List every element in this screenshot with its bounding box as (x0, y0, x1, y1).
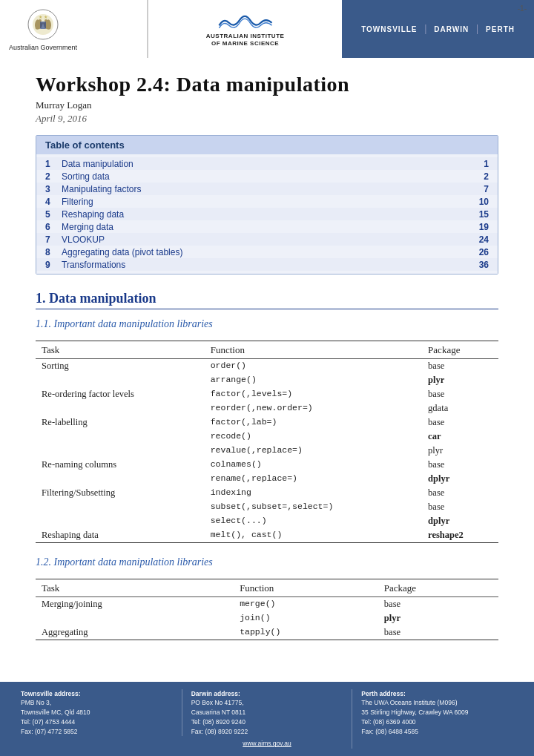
toc-label: Transformations (62, 260, 125, 270)
func-cell: tapply() (234, 625, 378, 640)
toc-num: 3 (45, 184, 56, 194)
table-row: reorder(,new.order=) gdata (36, 401, 498, 415)
toc-page: 24 (479, 234, 489, 245)
pkg-cell: base (422, 387, 498, 401)
pkg-cell: base (422, 458, 498, 472)
func-cell: revalue(,replace=) (205, 444, 422, 458)
func-cell: arrange() (205, 373, 422, 387)
toc-item-left: 9 Transformations (45, 260, 125, 270)
col-func-1: Function (205, 341, 422, 359)
toc-item: 9 Transformations 36 (36, 258, 498, 271)
aims-label: AUSTRALIAN INSTITUTE OF MARINE SCIENCE (206, 33, 285, 48)
col-task-1: Task (36, 341, 205, 359)
toc-title: Table of contents (36, 136, 498, 154)
pkg-cell: plyr (422, 373, 498, 387)
task-cell: Re-naming columns (36, 458, 205, 472)
func-cell: recode() (205, 430, 422, 444)
toc-item: 3 Manipulating factors 7 (36, 183, 498, 195)
toc-page: 15 (479, 209, 489, 220)
toc-box: Table of contents 1 Data manipulation 1 … (36, 135, 498, 275)
footer-perth-addr: The UWA Oceans Institute (M096)35 Stirli… (361, 699, 468, 734)
task-cell (36, 401, 205, 415)
doc-title: Workshop 2.4: Data manipulation (36, 73, 498, 96)
table-row: Aggregating tapply() base (36, 625, 498, 640)
task-cell (36, 430, 205, 444)
toc-page: 10 (479, 197, 489, 207)
footer-townsville: Townsville address: PMB No 3,Townsville … (12, 689, 182, 737)
main-content: Workshop 2.4: Data manipulation Murray L… (0, 58, 534, 668)
table-row: subset(,subset=,select=) base (36, 500, 498, 514)
pkg-cell: plyr (378, 611, 498, 625)
subsection2-heading: 1.2. Important data manipulation librari… (36, 556, 498, 568)
func-cell: select(...) (205, 514, 422, 528)
toc-num: 8 (45, 247, 56, 257)
toc-num: 4 (45, 197, 56, 207)
footer-townsville-title: Townsville address: (21, 689, 173, 699)
toc-label: VLOOKUP (62, 234, 105, 245)
col-task-2: Task (36, 579, 234, 597)
toc-items: 1 Data manipulation 1 2 Sorting data 2 3… (36, 154, 498, 274)
task-cell: Merging/joining (36, 597, 234, 612)
toc-page: 26 (479, 247, 489, 257)
func-cell: reorder(,new.order=) (205, 401, 422, 415)
toc-item: 2 Sorting data 2 (36, 170, 498, 183)
table-row: Merging/joining merge() base (36, 597, 498, 612)
toc-item-left: 1 Data manipulation (45, 159, 134, 169)
func-cell: rename(,replace=) (205, 472, 422, 486)
toc-label: Data manipulation (62, 159, 134, 169)
toc-label: Sorting data (62, 171, 110, 182)
pkg-cell: dplyr (422, 472, 498, 486)
toc-num: 7 (45, 234, 56, 245)
toc-item-left: 3 Manipulating factors (45, 184, 141, 194)
func-cell: melt(), cast() (205, 528, 422, 543)
task-cell (36, 514, 205, 528)
toc-label: Merging data (62, 222, 113, 232)
task-cell (36, 611, 234, 625)
footer-perth: Perth address: The UWA Oceans Institute … (352, 689, 522, 737)
task-cell (36, 472, 205, 486)
col-pkg-2: Package (378, 579, 498, 597)
toc-num: 1 (45, 159, 56, 169)
toc-num: 9 (45, 260, 56, 270)
table-row: rename(,replace=) dplyr (36, 472, 498, 486)
pkg-cell: base (422, 486, 498, 500)
footer-perth-title: Perth address: (361, 689, 513, 699)
table-row: Re-ordering factor levels factor(,levels… (36, 387, 498, 401)
task-cell: Aggregating (36, 625, 234, 640)
doc-date: April 9, 2016 (36, 113, 498, 125)
toc-item: 5 Reshaping data 15 (36, 208, 498, 220)
header: ★ ★ Australian Government AUSTRALIAN INS… (0, 0, 534, 58)
task-cell (36, 373, 205, 387)
aims-logo-icon (216, 10, 275, 33)
table-row: recode() car (36, 430, 498, 444)
section1-heading: 1. Data manipulation (36, 291, 498, 309)
task-cell: Re-labelling (36, 415, 205, 430)
col-pkg-1: Package (422, 341, 498, 359)
toc-item: 7 VLOOKUP 24 (36, 233, 498, 246)
toc-page: 19 (479, 222, 489, 232)
subsection1-heading: 1.1. Important data manipulation librari… (36, 318, 498, 330)
func-cell: merge() (234, 597, 378, 612)
func-cell: factor(,levels=) (205, 387, 422, 401)
toc-label: Reshaping data (62, 209, 124, 220)
toc-page: 2 (484, 171, 489, 182)
pkg-cell: gdata (422, 401, 498, 415)
city-perth: PERTH (478, 25, 522, 33)
table-row: Re-labelling factor(,lab=) base (36, 415, 498, 430)
doc-author: Murray Logan (36, 99, 498, 111)
table-row: Filtering/Subsetting indexing base (36, 486, 498, 500)
toc-page: 7 (484, 184, 489, 194)
toc-num: 2 (45, 171, 56, 182)
footer-darwin-addr: PO Box No 41775,Casuarina NT 0811Tel: (0… (191, 699, 248, 734)
toc-item: 8 Aggregating data (pivot tables) 26 (36, 246, 498, 258)
aus-gov-section: ★ ★ Australian Government (0, 0, 148, 58)
task-cell (36, 444, 205, 458)
footer-darwin: Darwin address: PO Box No 41775,Casuarin… (182, 689, 353, 749)
table-row: Sorting order() base (36, 359, 498, 374)
toc-page: 1 (484, 159, 489, 169)
pkg-cell: base (378, 597, 498, 612)
toc-item-left: 5 Reshaping data (45, 209, 124, 220)
table-row: Re-naming columns colnames() base (36, 458, 498, 472)
task-cell: Re-ordering factor levels (36, 387, 205, 401)
toc-page: 36 (479, 260, 489, 270)
